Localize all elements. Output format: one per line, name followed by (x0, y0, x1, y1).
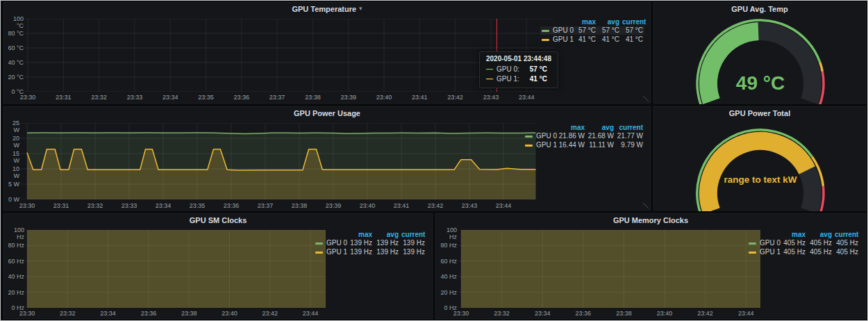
panel-title-gpu-sm-clocks[interactable]: GPU SM Clocks (190, 216, 247, 224)
legend-row: GPU 1 (314, 248, 347, 256)
legend-stat-value: 57 °C (597, 26, 621, 35)
y-tick-label: 25 W (6, 120, 19, 126)
x-tick-label: 23:31 (51, 94, 75, 101)
x-tick-label: 23:34 (531, 310, 554, 317)
tooltip-row: —GPU 1:41 °C (486, 74, 551, 84)
y-tick-label: 60 Hz (6, 258, 24, 265)
legend-series-label[interactable]: GPU 1 (326, 248, 347, 256)
panel-resize-handle[interactable] (643, 203, 649, 208)
legend-column-header[interactable]: current (615, 124, 644, 131)
panel-title-gpu-temperature[interactable]: GPU Temperature (292, 5, 356, 13)
x-tick-label: 23:38 (177, 310, 201, 317)
x-tick-label: 23:41 (408, 94, 431, 101)
legend-series-label[interactable]: GPU 0 (553, 26, 574, 35)
legend-column-header[interactable]: avg (597, 18, 621, 26)
y-tick-label: 80 Hz (437, 242, 457, 249)
legend-stat-value: 405 Hz (833, 239, 860, 247)
x-tick-label: 23:39 (337, 94, 360, 101)
chart-canvas[interactable] (458, 230, 760, 308)
legend-series-label[interactable]: GPU 1 (553, 35, 574, 44)
legend-row: GPU 1 (540, 35, 574, 44)
chart-canvas[interactable] (26, 230, 326, 308)
x-tick-label: 23:32 (83, 202, 107, 209)
gauge-value-text: range to text kW (724, 174, 796, 185)
x-tick-label: 23:44 (492, 202, 515, 209)
legend-column-header[interactable]: max (347, 231, 374, 238)
legend-column-header[interactable]: avg (586, 124, 615, 131)
legend-column-header[interactable]: avg (374, 231, 400, 238)
chart-canvas[interactable] (25, 19, 554, 92)
legend-stat-value: 57 °C (574, 26, 597, 35)
x-tick-label: 23:35 (194, 94, 218, 101)
legend-stat-value: 139 Hz (400, 239, 426, 247)
x-tick-label: 23:40 (372, 94, 396, 101)
legend-column-header[interactable]: max (557, 124, 586, 131)
x-tick-label: 23:34 (97, 310, 120, 317)
y-tick-label: 20 W (6, 135, 19, 142)
panel-gpu-avg-temp: GPU Avg. Temp 49 °C (653, 2, 866, 104)
legend-column-header[interactable]: max (574, 18, 597, 26)
x-tick-label: 23:38 (287, 202, 311, 209)
x-tick-label: 23:39 (322, 202, 345, 209)
y-tick-label: 80 °C (6, 30, 24, 37)
legend-stat-value: 405 Hz (807, 248, 833, 256)
legend-column-header[interactable]: current (400, 231, 426, 238)
y-tick-label: 100 Hz (6, 227, 24, 233)
y-tick-label: 5 W (6, 181, 19, 188)
y-tick-label: 20 Hz (6, 289, 24, 296)
legend-column-header[interactable]: current (833, 231, 860, 238)
series-color-swatch (315, 242, 323, 245)
y-tick-label: 100 Hz (437, 227, 457, 233)
series-color-swatch (542, 30, 549, 32)
chart-tooltip: 2020-05-01 23:44:48 —GPU 0:57 °C—GPU 1:4… (479, 51, 558, 88)
y-tick-label: 60 °C (6, 44, 24, 51)
x-tick-label: 23:31 (49, 202, 73, 209)
legend-column-header[interactable]: avg (807, 231, 833, 238)
y-tick-label: 80 Hz (6, 242, 24, 249)
x-tick-label: 23:37 (265, 94, 289, 101)
legend-stat-value: 405 Hz (781, 239, 807, 247)
series-color-swatch: — (486, 74, 493, 84)
legend-stat-value: 139 Hz (374, 239, 400, 247)
legend-series-label[interactable]: GPU 0 (760, 239, 781, 247)
legend-row: GPU 1 (524, 141, 557, 149)
x-tick-label: 23:36 (571, 310, 595, 317)
x-tick-label: 23:33 (117, 202, 141, 209)
panel-resize-handle[interactable] (643, 96, 649, 101)
tooltip-series-value: 41 °C (530, 74, 547, 84)
chevron-down-icon[interactable]: ▾ (359, 6, 362, 12)
y-tick-label: 60 Hz (437, 258, 457, 265)
series-area-fill (461, 230, 760, 308)
panel-gpu-power-usage: GPU Power Usage 25 W20 W15 W10 W5 W0 W23… (3, 106, 651, 211)
legend-series-label[interactable]: GPU 0 (326, 239, 347, 247)
legend-column-header[interactable]: current (621, 18, 644, 26)
x-tick-label: 23:42 (444, 94, 467, 101)
legend-series-label[interactable]: GPU 1 (760, 248, 781, 256)
panel-header: GPU Memory Clocks (436, 214, 865, 226)
grafana-dashboard: GPU Temperature ▾ 2020-05-01 23:44:48 —G… (0, 0, 868, 321)
legend-stat-value: 9.79 W (615, 141, 644, 149)
y-tick-label: 10 W (6, 165, 19, 172)
legend-row: GPU 0 (524, 132, 557, 140)
panel-gpu-sm-clocks: GPU SM Clocks 100 Hz80 Hz60 Hz40 Hz20 Hz… (3, 213, 433, 319)
panel-title-gpu-power-usage[interactable]: GPU Power Usage (294, 109, 360, 117)
panel-header: GPU SM Clocks (4, 214, 432, 226)
panel-title-gpu-memory-clocks[interactable]: GPU Memory Clocks (613, 216, 688, 224)
chart-canvas[interactable] (21, 123, 536, 199)
x-tick-label: 23:37 (253, 202, 277, 209)
legend-stat-value: 21.77 W (615, 132, 644, 140)
legend-series-label[interactable]: GPU 1 (536, 141, 557, 149)
x-tick-label: 23:43 (479, 94, 503, 101)
panel-header: GPU Power Usage (4, 107, 650, 119)
y-tick-label: 15 W (6, 150, 19, 157)
legend-series-label[interactable]: GPU 0 (536, 132, 557, 140)
panel-gpu-temperature: GPU Temperature ▾ 2020-05-01 23:44:48 —G… (3, 2, 651, 104)
series-color-swatch (525, 135, 533, 138)
series-color-swatch (749, 242, 756, 245)
legend-stat-value: 405 Hz (807, 239, 833, 247)
legend-column-header[interactable]: max (781, 231, 807, 238)
legend-table: maxavgcurrentGPU 021.86 W21.68 W21.77 WG… (524, 124, 644, 149)
y-tick-label: 20 °C (6, 74, 24, 81)
y-tick-label: 40 Hz (6, 273, 24, 280)
legend-row: GPU 1 (747, 248, 781, 256)
